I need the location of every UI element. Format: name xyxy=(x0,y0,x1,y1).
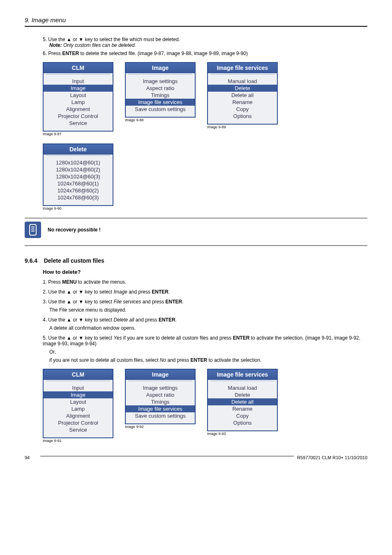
menu-item[interactable]: Rename xyxy=(208,405,277,412)
menu-title: CLM xyxy=(44,370,113,380)
image-caption: Image 9-91 xyxy=(43,439,113,443)
menu-item[interactable]: Projector Control xyxy=(44,419,113,426)
menu-item[interactable]: Copy xyxy=(208,412,277,419)
menu-item[interactable]: Image xyxy=(44,391,113,398)
step-5-or: Or, xyxy=(49,349,367,355)
menu-title: Image xyxy=(126,370,195,380)
step-2: 2. Use the ▲ or ▼ key to select Image an… xyxy=(43,289,367,295)
t: File services xyxy=(114,299,141,305)
menus-row-2: Delete 1280x1024@60(1)1280x1024@60(2)128… xyxy=(43,143,367,210)
t: Delete all xyxy=(114,317,134,323)
step-5-alt: if you are not sure to delete all custom… xyxy=(49,357,367,363)
menu-item[interactable]: 1280x1024@60(2) xyxy=(44,166,113,173)
menu-item[interactable]: Lamp xyxy=(44,99,113,106)
doc-id: R59770021 CLM R10+ 11/10/2010 xyxy=(297,455,367,460)
image-caption: Image 9-87 xyxy=(43,132,113,136)
t: ENTER xyxy=(233,335,250,341)
image-caption: Image 9-89 xyxy=(207,125,278,129)
menu-item[interactable]: Image file services xyxy=(126,99,195,106)
menu-item[interactable]: 1280x1024@60(3) xyxy=(44,173,113,180)
t: if you are sure to delete all custom fil… xyxy=(122,335,233,341)
section-number: 9.6.4 xyxy=(25,257,37,264)
menu-item[interactable]: Alignment xyxy=(44,106,113,113)
menus-row-1: CLM InputImageLayoutLampAlignmentProject… xyxy=(43,62,367,136)
menu-item[interactable]: Timings xyxy=(126,398,195,405)
t: Yes xyxy=(114,335,122,341)
menu-item[interactable]: Image xyxy=(44,85,113,92)
howto-heading: How to delete? xyxy=(43,269,367,275)
t: ENTER xyxy=(159,317,175,323)
menu-item[interactable]: Rename xyxy=(208,99,277,106)
t: MENU xyxy=(62,279,76,285)
menu-item[interactable]: Copy xyxy=(208,106,277,113)
section-rule xyxy=(25,218,367,218)
menu-item[interactable]: Aspect ratio xyxy=(126,391,195,398)
menu-item[interactable]: Projector Control xyxy=(44,113,113,120)
step-bold: ENTER xyxy=(62,51,79,56)
menu-image: Image Image settingsAspect ratioTimingsI… xyxy=(125,62,196,118)
menu-item[interactable]: Image settings xyxy=(126,384,195,391)
t: and press xyxy=(141,299,165,305)
svg-rect-0 xyxy=(30,224,36,235)
menu-item[interactable]: Options xyxy=(208,419,277,426)
menu-title: Image xyxy=(126,63,195,73)
menu-item[interactable]: Layout xyxy=(44,398,113,405)
menu-item[interactable]: Layout xyxy=(44,92,113,99)
menu-item[interactable]: Save custom settings xyxy=(126,412,195,419)
menu-title: CLM xyxy=(44,63,113,73)
menu-item[interactable]: Save custom settings xyxy=(126,106,195,113)
step-number: 5. xyxy=(43,37,47,42)
tip-text: No recovery possible ! xyxy=(48,227,101,233)
menu-item[interactable]: Options xyxy=(208,113,277,120)
menu-item[interactable]: Delete all xyxy=(208,92,277,99)
menu-item[interactable]: Image settings xyxy=(126,78,195,85)
t: . xyxy=(175,317,177,323)
menu-item[interactable]: Delete all xyxy=(208,398,277,405)
t: Image xyxy=(114,289,127,295)
t: ENTER xyxy=(152,289,168,295)
menu-item[interactable]: 1024x768@60(1) xyxy=(44,180,113,187)
menu-item[interactable]: Lamp xyxy=(44,405,113,412)
menu-image-file-services: Image file services Manual loadDeleteDel… xyxy=(207,369,278,431)
menu-item[interactable]: Input xyxy=(44,384,113,391)
menu-title: Image file services xyxy=(208,370,277,380)
menu-item[interactable]: Delete xyxy=(208,85,277,92)
menu-item[interactable]: Delete xyxy=(208,391,277,398)
menu-item[interactable]: Alignment xyxy=(44,412,113,419)
menu-title: Delete xyxy=(44,144,113,155)
menu-item[interactable]: 1024x768@60(3) xyxy=(44,194,113,201)
section-rule xyxy=(25,245,367,246)
info-icon xyxy=(25,222,41,238)
step-6: 6. Press ENTER to delete the selected fi… xyxy=(43,51,367,56)
t: and press xyxy=(166,357,190,363)
t: . xyxy=(168,289,170,295)
tip-row: No recovery possible ! xyxy=(25,222,367,238)
page-number: 94 xyxy=(25,455,37,460)
t: to activate the menus. xyxy=(77,279,127,285)
menu-item[interactable]: Manual load xyxy=(208,78,277,85)
t: . xyxy=(182,299,183,305)
t: Use the ▲ or ▼ key to select xyxy=(48,335,113,341)
menu-item[interactable]: Service xyxy=(44,426,113,433)
menu-item[interactable]: Aspect ratio xyxy=(126,85,195,92)
menu-item[interactable]: Image file services xyxy=(126,405,195,412)
menus-row-3: CLM InputImageLayoutLampAlignmentProject… xyxy=(43,369,367,443)
menu-item[interactable]: Service xyxy=(44,120,113,127)
note-label: Note: xyxy=(49,42,62,48)
t: No xyxy=(160,357,166,363)
step-text-a: Press xyxy=(48,51,62,56)
menu-image-file-services: Image file services Manual loadDeleteDel… xyxy=(207,62,278,125)
t: if you are not sure to delete all custom… xyxy=(49,357,160,363)
step-text-b: to delete the selected file. (image 9-87… xyxy=(79,51,248,56)
menu-item[interactable]: Timings xyxy=(126,92,195,99)
step-text: Use the ▲ or ▼ key to select the file wh… xyxy=(48,37,180,42)
menu-item[interactable]: Input xyxy=(44,78,113,85)
section-title: Delete all custom files xyxy=(44,257,104,264)
step-3-sub: The File service menu is displayed. xyxy=(49,307,367,313)
menu-item[interactable]: 1024x768@60(2) xyxy=(44,187,113,194)
t: Use the ▲ or ▼ key to select xyxy=(48,317,113,323)
menu-item[interactable]: 1280x1024@60(1) xyxy=(44,159,113,166)
step-3: 3. Use the ▲ or ▼ key to select File ser… xyxy=(43,299,367,305)
menu-item[interactable]: Manual load xyxy=(208,384,277,391)
section-heading: 9.6.4 Delete all custom files xyxy=(25,257,367,264)
